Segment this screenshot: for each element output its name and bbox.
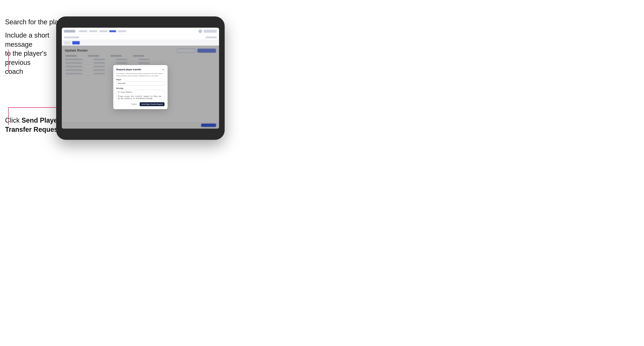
send-transfer-request-button[interactable]: Send Player Transfer Request bbox=[140, 102, 164, 106]
modal-description: If the player is transferring from anoth… bbox=[116, 73, 164, 77]
tabs-bar bbox=[62, 40, 219, 46]
modal-footer: Cancel Send Player Transfer Request bbox=[116, 102, 164, 106]
player-input[interactable] bbox=[116, 81, 164, 85]
sub-header bbox=[62, 35, 219, 40]
topbar-btn bbox=[204, 30, 217, 33]
cancel-button[interactable]: Cancel bbox=[130, 102, 138, 106]
modal-close-button[interactable]: ✕ bbox=[162, 68, 164, 71]
breadcrumb bbox=[64, 36, 79, 38]
tab-1 bbox=[64, 41, 71, 44]
tablet-frame: Update Roster bbox=[56, 16, 225, 140]
tablet-screen: Update Roster bbox=[62, 28, 219, 129]
app-topbar bbox=[62, 28, 219, 35]
modal-title: Request player transfer bbox=[116, 68, 141, 71]
nav-item-2 bbox=[89, 30, 97, 32]
modal-overlay: Request player transfer ✕ If the player … bbox=[62, 46, 219, 129]
modal-dialog: Request player transfer ✕ If the player … bbox=[113, 65, 168, 109]
modal-header: Request player transfer ✕ bbox=[116, 68, 164, 71]
message-label: Message bbox=[116, 87, 164, 89]
player-label: Player bbox=[116, 79, 164, 81]
message-textarea[interactable]: Hi Coach McHarg, Please accept this tran… bbox=[116, 90, 164, 99]
nav-item-5 bbox=[118, 30, 126, 32]
content-area: Update Roster bbox=[62, 46, 219, 129]
tab-active bbox=[72, 41, 80, 44]
avatar bbox=[198, 29, 202, 33]
nav-items bbox=[79, 30, 126, 32]
nav-item-3 bbox=[99, 30, 108, 32]
nav-item-1 bbox=[79, 30, 87, 32]
nav-item-active bbox=[109, 30, 116, 32]
app-logo bbox=[64, 30, 75, 32]
sub-right-action bbox=[206, 36, 217, 38]
topbar-right bbox=[198, 29, 217, 33]
